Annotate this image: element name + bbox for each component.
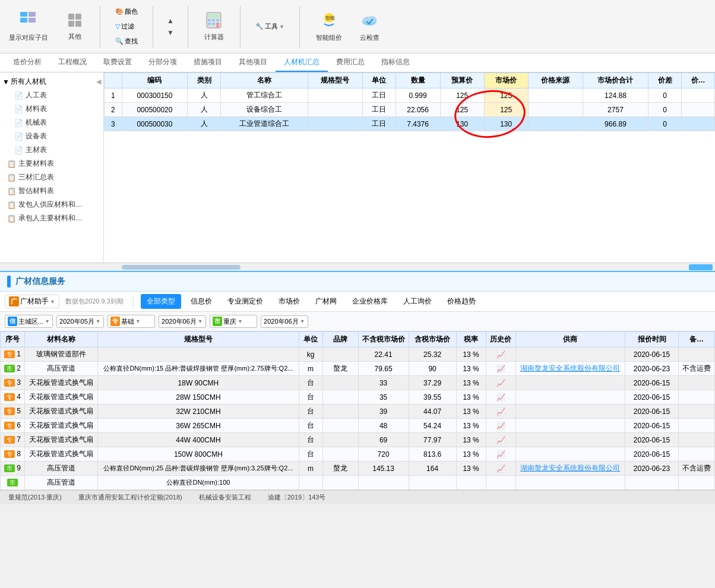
gc-tab-price-trend[interactable]: 价格趋势 [441,294,482,309]
trend-icon[interactable]: 📈 [496,436,505,444]
gc-table-row[interactable]: 专 8 天花板管道式换气扇 150W 800CMH 台 720 813.6 13… [1,447,715,461]
table-row[interactable]: 1 000300150 人 管工综合工 工日 0.999 125 125 124… [105,88,715,103]
status-standard[interactable]: 量规范(2013·重庆) [5,493,65,502]
gc-table-row[interactable]: 专 7 天花板管道式换气扇 44W 400CMH 台 69 77.97 13 %… [1,433,715,447]
tab-fee-summary[interactable]: 费用汇总 [328,53,373,72]
calculator-label: 计算器 [204,33,224,42]
toolbar: 显示对应子目 其他 🎨 颜色 ▽ 过滤 🔍 查找 ▲ ▼ [0,0,715,53]
gc-cell-supplier[interactable]: 湖南螯龙安全系统股份有限公司 [515,461,625,476]
horizontal-scrollbar[interactable] [0,263,715,271]
sidebar-collapse-btn[interactable]: ◀ [96,78,101,86]
status-quota[interactable]: 重庆市通用安装工程计价定额(2018) [75,493,186,502]
filter-button[interactable]: ▽ 过滤 [112,20,141,33]
guangcai-assistant-btn[interactable]: 广 广材助手 ▼ [5,295,59,308]
calculator-button[interactable]: 计算器 [200,10,228,43]
row-type-badge: 市 [7,479,18,486]
filter-city[interactable]: 市 重庆 ▼ [210,315,257,328]
gc-table-row[interactable]: 专 6 天花板管道式换气扇 36W 265CMH 台 48 54.24 13 %… [1,419,715,433]
gc-tab-labor-inquiry[interactable]: 人工询价 [397,294,438,309]
gc-table-row[interactable]: 专 3 天花板管道式换气扇 18W 90CMH 台 33 37.29 13 % … [1,376,715,390]
tab-sections[interactable]: 分部分项 [140,53,185,72]
find-button[interactable]: 🔍 查找 [112,35,141,48]
gc-cell-history[interactable]: 📈 [486,376,515,390]
cell-market[interactable]: 130 [484,117,528,131]
gc-cell-history[interactable]: 📈 [486,404,515,419]
status-document[interactable]: 渝建〔2019〕143号 [264,493,330,502]
gc-tab-market-price[interactable]: 市场价 [273,294,306,309]
sidebar-item-equipment[interactable]: 📄 设备表 [0,129,103,143]
trend-icon[interactable]: 📈 [496,464,505,473]
gc-cell-history[interactable]: 📈 [486,390,515,404]
sidebar-item-estimate[interactable]: 📋 暂估材料表 [0,184,103,198]
tab-cost-analysis[interactable]: 造价分析 [5,53,50,72]
trend-icon[interactable]: 📈 [496,379,505,387]
gc-col-date: 报价时间 [625,332,679,347]
gc-table-row[interactable]: 市 9 高压管道 公称直径DN(mm):25 品种:普碳焊接钢管 壁厚(mm):… [1,461,715,476]
filter-date1[interactable]: 2020年05月 ▼ [56,315,104,328]
supplier-link[interactable]: 湖南螯龙安全系统股份有限公司 [520,464,620,472]
tab-measures[interactable]: 措施项目 [185,53,230,72]
gc-cell-supplier[interactable]: 湖南螯龙安全系统股份有限公司 [515,362,625,376]
trend-icon[interactable]: 📈 [496,422,505,430]
status-engineering[interactable]: 机械设备安装工程 [195,493,255,502]
gc-table-row[interactable]: 专 5 天花板管道式换气扇 32W 210CMH 台 39 44.07 13 %… [1,404,715,419]
sidebar-item-machine[interactable]: 📄 机械表 [0,116,103,129]
sidebar-item-owner-supply[interactable]: 📋 发包人供应材料和… [0,198,103,211]
cell-market[interactable]: 125 [484,103,528,117]
gc-tab-professional[interactable]: 专业测定价 [222,294,269,309]
scrollbar-thumb[interactable] [122,265,241,270]
cell-budget: 125 [440,88,484,103]
row-type-badge: 专 [4,393,15,401]
trend-icon[interactable]: 📈 [496,450,505,459]
tab-other-items[interactable]: 其他项目 [230,53,276,72]
gc-cell-history[interactable]: 📈 [486,461,515,476]
gc-col-rate: 税率 [456,332,486,347]
cloud-check-button[interactable]: 云检查 [356,9,384,44]
tools-button[interactable]: 🔧 工具 ▼ [252,20,287,33]
gc-tab-info-price[interactable]: 信息价 [185,294,218,309]
sidebar-item-main-material[interactable]: 📄 主材表 [0,143,103,157]
table-row[interactable]: 2 000500020 人 设备综合工 工日 22.056 125 125 27… [105,103,715,117]
move-up-button[interactable]: ▲ [165,16,176,26]
sidebar-item-contractor-supply[interactable]: 📋 承包人主要材料和… [0,211,103,225]
gc-cell-history[interactable]: 📈 [486,433,515,447]
gc-table-row[interactable]: 专 1 玻璃钢管道部件 kg 22.41 25.32 13 % 📈 2020-0… [1,347,715,362]
gc-table-row[interactable]: 市 2 高压管道 公称直径DN(mm):15 品种:普碳焊接钢管 壁厚(mm):… [1,362,715,376]
gc-tab-guangcai-net[interactable]: 广材网 [309,294,343,309]
trend-icon[interactable]: 📈 [496,350,505,359]
sidebar-item-key-materials[interactable]: 📋 主要材料表 [0,157,103,170]
tab-fee-settings[interactable]: 取费设置 [95,53,140,72]
trend-icon[interactable]: 📈 [496,365,505,373]
supplier-link[interactable]: 湖南螯龙安全系统股份有限公司 [520,364,620,372]
sidebar-item-labor[interactable]: 📄 人工表 [0,88,103,102]
filter-region-type[interactable]: 信 主城区... ▼ [5,315,53,328]
smart-group-button[interactable]: 智能 智能组价 [312,9,346,44]
move-down-button[interactable]: ▼ [165,28,176,37]
table-row[interactable]: 3 000500030 人 工业管道综合工 工日 7.4376 130 130 … [105,117,715,131]
sidebar-item-material[interactable]: 📄 材料表 [0,102,103,116]
gc-table-row[interactable]: 专 4 天花板管道式换气扇 28W 150CMH 台 35 39.55 13 %… [1,390,715,404]
gc-cell-history[interactable]: 📈 [486,347,515,362]
gc-cell-history[interactable]: 📈 [486,447,515,461]
filter-type[interactable]: 专 基础 ▼ [107,315,155,328]
sidebar-item-three-materials[interactable]: 📋 三材汇总表 [0,170,103,184]
cell-market[interactable]: 125 [484,88,528,103]
tab-labor-material[interactable]: 人材机汇总 [276,53,328,72]
tab-project-overview[interactable]: 工程概况 [50,53,95,72]
trend-icon[interactable]: 📈 [496,407,505,416]
sidebar-item-all[interactable]: ▼ 所有人材机 ◀ [0,75,103,88]
gc-tab-all[interactable]: 全部类型 [141,294,181,309]
gc-cell-history[interactable]: 📈 [486,419,515,433]
display-children-button[interactable]: 显示对应子目 [5,9,52,44]
tab-indicators[interactable]: 指标信息 [373,53,418,72]
gc-cell-history[interactable]: 📈 [486,362,515,376]
color-button[interactable]: 🎨 颜色 [112,5,141,18]
trend-icon[interactable]: 📈 [496,393,505,402]
gc-table-row[interactable]: 市 高压管道 公称直径DN(mm):100 [1,476,715,490]
tools-chevron: ▼ [279,24,284,30]
gc-tab-enterprise[interactable]: 企业价格库 [346,294,394,309]
other-button[interactable]: 其他 [62,10,88,43]
filter-date3[interactable]: 2020年06月 ▼ [261,315,308,328]
sidebar-label-material: 材料表 [26,104,47,114]
filter-date2[interactable]: 2020年06月 ▼ [159,315,206,328]
